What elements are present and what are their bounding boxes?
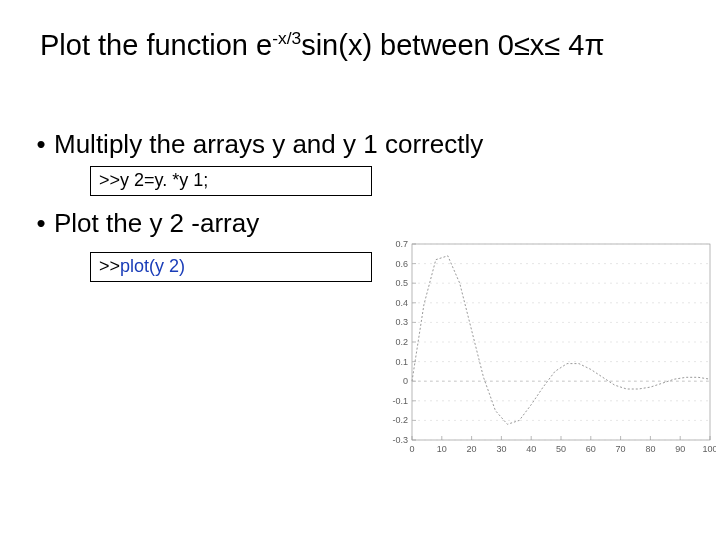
svg-text:0.3: 0.3 [395, 317, 408, 327]
bullet-1: • Multiply the arrays y and y 1 correctl… [28, 128, 692, 161]
svg-text:80: 80 [645, 444, 655, 454]
svg-text:-0.1: -0.1 [392, 396, 408, 406]
title-rhs: 4π [560, 29, 604, 61]
svg-text:0.1: 0.1 [395, 357, 408, 367]
svg-text:0.2: 0.2 [395, 337, 408, 347]
bullet-1-text: Multiply the arrays y and y 1 correctly [54, 128, 483, 161]
svg-text:70: 70 [616, 444, 626, 454]
svg-text:-0.3: -0.3 [392, 435, 408, 445]
page-title: Plot the function e-x/3sin(x) between 0≤… [40, 28, 690, 63]
bullet-dot: • [28, 128, 54, 161]
bullet-2: • Plot the y 2 -array [28, 207, 692, 240]
chart: -0.3-0.2-0.100.10.20.30.40.50.60.7010203… [376, 238, 716, 458]
svg-text:0: 0 [403, 376, 408, 386]
title-exponent: -x/3 [272, 28, 301, 48]
slide: Plot the function e-x/3sin(x) between 0≤… [0, 0, 720, 540]
svg-text:90: 90 [675, 444, 685, 454]
chart-svg: -0.3-0.2-0.100.10.20.30.40.50.60.7010203… [376, 238, 716, 458]
title-le1: ≤ [514, 29, 530, 61]
title-prefix: Plot the function e [40, 29, 272, 61]
code-box-2: >>plot(y 2) [90, 252, 372, 282]
title-mid: sin(x) between 0 [301, 29, 514, 61]
svg-text:50: 50 [556, 444, 566, 454]
bullet-2-text: Plot the y 2 -array [54, 207, 259, 240]
svg-text:10: 10 [437, 444, 447, 454]
svg-text:0.7: 0.7 [395, 239, 408, 249]
svg-text:0.4: 0.4 [395, 298, 408, 308]
svg-text:20: 20 [467, 444, 477, 454]
svg-text:0: 0 [409, 444, 414, 454]
svg-text:-0.2: -0.2 [392, 415, 408, 425]
svg-text:30: 30 [496, 444, 506, 454]
svg-text:100: 100 [702, 444, 716, 454]
svg-text:40: 40 [526, 444, 536, 454]
code-1-text: >>y 2=y. *y 1; [99, 170, 208, 190]
code-box-1: >>y 2=y. *y 1; [90, 166, 372, 196]
code-2-command: plot(y 2) [120, 256, 185, 276]
svg-text:0.6: 0.6 [395, 259, 408, 269]
title-var: x [530, 29, 545, 61]
svg-text:0.5: 0.5 [395, 278, 408, 288]
bullet-dot: • [28, 207, 54, 240]
svg-text:60: 60 [586, 444, 596, 454]
code-2-prompt: >> [99, 256, 120, 276]
title-le2: ≤ [544, 29, 560, 61]
